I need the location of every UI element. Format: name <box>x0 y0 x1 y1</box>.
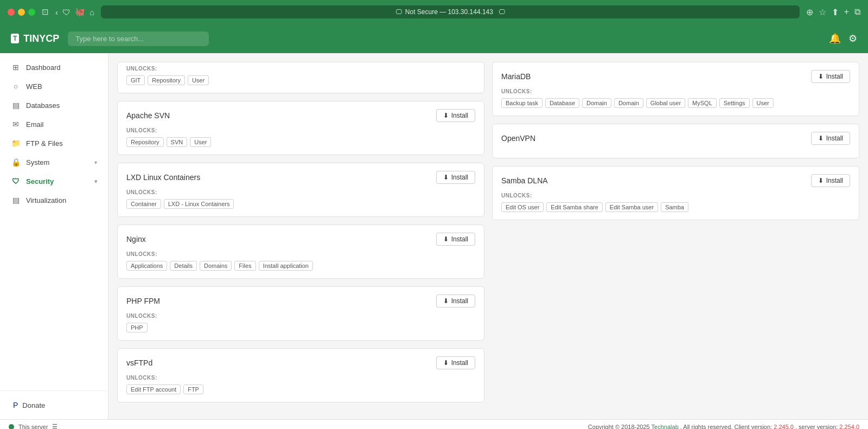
sidebar-item-ftp-files[interactable]: 📁 FTP & Files <box>2 134 106 152</box>
tag-domain-1: Domain <box>582 98 611 108</box>
download-icon[interactable]: ⊕ <box>806 7 813 17</box>
vsftpd-install-button[interactable]: ⬇ Install <box>436 356 475 369</box>
app-header: T TINYCP 🔔 ⚙ <box>0 24 868 53</box>
fullscreen-button[interactable] <box>28 9 35 16</box>
content-area: UNLOCKS: GIT Repository User Apache SVN … <box>108 53 868 419</box>
sidebar-item-dashboard[interactable]: ⊞ Dashboard <box>2 58 106 76</box>
sidebar-toggle-icon[interactable]: ⊡ <box>42 7 49 17</box>
php-fpm-unlocks-label: UNLOCKS: <box>126 313 475 319</box>
company-link[interactable]: Technalab <box>652 424 679 430</box>
php-fpm-install-button[interactable]: ⬇ Install <box>436 294 475 308</box>
lxd-header: LXD Linux Containers ⬇ Install <box>126 171 475 184</box>
sidebar-item-web[interactable]: ○ WEB <box>2 77 106 95</box>
tag-settings: Settings <box>719 98 750 108</box>
card-nginx: Nginx ⬇ Install UNLOCKS: Applications De… <box>117 225 484 279</box>
vsftpd-header: vsFTPd ⬇ Install <box>126 356 475 369</box>
download-icon-nginx: ⬇ <box>443 235 449 243</box>
tag-edit-ftp: Edit FTP account <box>126 385 181 394</box>
tag-domain-2: Domain <box>614 98 643 108</box>
minimize-button[interactable] <box>18 9 25 16</box>
sidebar-item-system[interactable]: 🔒 System ▾ <box>2 153 106 171</box>
right-column: MariaDB ⬇ Install UNLOCKS: Backup task D… <box>492 62 859 411</box>
donate-button[interactable]: P Donate <box>9 398 99 413</box>
lxd-title: LXD Linux Containers <box>126 173 200 182</box>
nginx-tags: Applications Details Domains Files Insta… <box>126 261 475 271</box>
tag-user-git: User <box>188 75 209 85</box>
apache-svn-header: Apache SVN ⬇ Install <box>126 109 475 122</box>
nginx-install-button[interactable]: ⬇ Install <box>436 233 475 246</box>
address-bar[interactable]: 🖵 Not Secure — 103.30.144.143 🖵 <box>101 5 800 18</box>
samba-dlna-header: Samba DLNA ⬇ Install <box>501 174 850 187</box>
sidebar-item-databases[interactable]: ▤ Databases <box>2 96 106 114</box>
sidebar-nav: ⊞ Dashboard ○ WEB ▤ Databases ✉ Email 📁 <box>0 53 108 390</box>
php-fpm-tags: PHP <box>126 323 475 332</box>
mariadb-title: MariaDB <box>501 72 531 81</box>
nginx-title: Nginx <box>126 235 146 244</box>
tag-samba: Samba <box>661 202 688 212</box>
back-icon[interactable]: ‹ <box>55 8 58 17</box>
tabs-icon[interactable]: ⧉ <box>854 7 860 17</box>
tag-backup-task: Backup task <box>501 98 542 108</box>
notifications-icon[interactable]: 🔔 <box>829 33 841 44</box>
openvpn-install-button[interactable]: ⬇ Install <box>811 132 850 145</box>
share-icon[interactable]: ⬆ <box>832 7 839 17</box>
new-tab-icon[interactable]: + <box>844 7 849 17</box>
samba-dlna-install-button[interactable]: ⬇ Install <box>811 174 850 187</box>
apache-svn-unlocks-label: UNLOCKS: <box>126 127 475 133</box>
card-samba-dlna: Samba DLNA ⬇ Install UNLOCKS: Edit OS us… <box>492 166 859 220</box>
email-icon: ✉ <box>11 120 21 129</box>
tag-git: GIT <box>126 75 145 85</box>
sidebar-item-virtualization[interactable]: ▤ Virtualization <box>2 191 106 209</box>
git-unlocks-label: UNLOCKS: <box>126 66 475 72</box>
reader-icon: 🖵 <box>499 8 505 16</box>
main-layout: ⊞ Dashboard ○ WEB ▤ Databases ✉ Email 📁 <box>0 53 868 419</box>
apache-svn-install-button[interactable]: ⬇ Install <box>436 109 475 122</box>
tag-php: PHP <box>126 323 148 332</box>
mariadb-install-button[interactable]: ⬇ Install <box>811 70 850 83</box>
status-bar: This server ☰ Copyright © 2018-2025 Tech… <box>0 419 868 429</box>
settings-icon[interactable]: ⚙ <box>848 33 857 44</box>
tag-database: Database <box>545 98 579 108</box>
url-text: Not Secure — 103.30.144.143 <box>405 8 493 16</box>
browser-nav: ⊡ <box>42 7 49 17</box>
header-right: 🔔 ⚙ <box>829 33 857 44</box>
browser-back-forward: ‹ 🛡 🐙 ⌂ <box>55 7 94 17</box>
chevron-down-icon: ▾ <box>94 159 97 165</box>
databases-icon: ▤ <box>11 101 21 110</box>
search-input[interactable] <box>68 31 209 46</box>
sidebar-footer: P Donate <box>0 390 108 419</box>
card-openvpn: OpenVPN ⬇ Install <box>492 124 859 158</box>
php-fpm-title: PHP FPM <box>126 297 160 305</box>
list-icon[interactable]: ☰ <box>52 423 58 429</box>
tag-user-svn: User <box>190 137 211 147</box>
card-git: UNLOCKS: GIT Repository User <box>117 62 484 93</box>
samba-dlna-tags: Edit OS user Edit Samba share Edit Samba… <box>501 202 850 212</box>
card-mariadb: MariaDB ⬇ Install UNLOCKS: Backup task D… <box>492 62 859 116</box>
lxd-tags: Container LXD - Linux Containers <box>126 199 475 209</box>
lxd-install-button[interactable]: ⬇ Install <box>436 171 475 184</box>
tag-details: Details <box>170 261 197 271</box>
header-left: T TINYCP <box>11 31 209 46</box>
home-icon[interactable]: ⌂ <box>90 8 94 17</box>
virtualization-icon: ▤ <box>11 196 21 204</box>
browser-chrome: ⊡ ‹ 🛡 🐙 ⌂ 🖵 Not Secure — 103.30.144.143 … <box>0 0 868 24</box>
lock-icon: 🖵 <box>395 8 402 16</box>
bookmark-icon[interactable]: ☆ <box>819 7 826 17</box>
system-icon: 🔒 <box>11 158 21 167</box>
tag-domains: Domains <box>200 261 232 271</box>
tag-applications: Applications <box>126 261 167 271</box>
tag-container: Container <box>126 199 161 209</box>
nginx-header: Nginx ⬇ Install <box>126 233 475 246</box>
tag-edit-os-user: Edit OS user <box>501 202 544 212</box>
tag-mysql: MySQL <box>688 98 717 108</box>
download-icon: ⬇ <box>443 112 449 119</box>
tag-svn: SVN <box>167 137 188 147</box>
close-button[interactable] <box>8 9 15 16</box>
sidebar-item-security[interactable]: 🛡 Security ▾ <box>2 172 106 190</box>
openvpn-title: OpenVPN <box>501 134 535 143</box>
app-wrapper: T TINYCP 🔔 ⚙ ⊞ Dashboard ○ WEB <box>0 24 868 429</box>
sidebar-item-email[interactable]: ✉ Email <box>2 115 106 133</box>
tag-files: Files <box>234 261 256 271</box>
traffic-lights <box>8 9 35 16</box>
extensions-icon[interactable]: 🐙 <box>75 7 85 17</box>
